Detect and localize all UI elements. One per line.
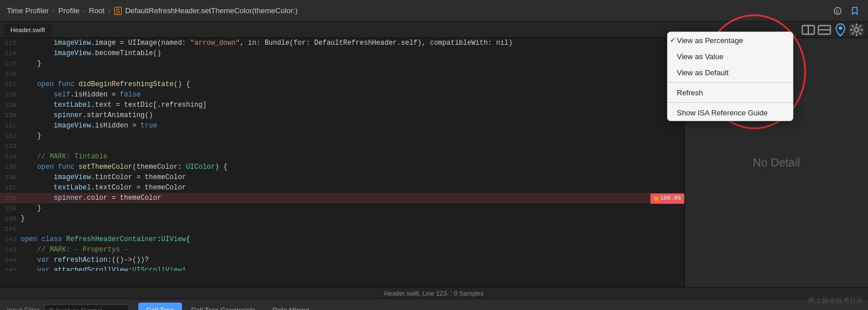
file-tab-header-swift[interactable]: Header.swift: [5, 24, 51, 36]
sep2: ›: [83, 6, 85, 15]
tab-call-tree[interactable]: Call Tree: [138, 303, 182, 311]
code-line-130: 130 spinner.startAnimating(): [0, 110, 684, 121]
tab-data-mining[interactable]: Data Mining: [265, 303, 317, 311]
dropdown-divider-2: [668, 102, 793, 103]
svg-text:E: E: [836, 9, 839, 14]
bottom-tab-bar: Input Filter ⊕ Call Tree Call Tree Const…: [0, 299, 868, 310]
code-line-125: 125 }: [0, 59, 684, 69]
sep3: ›: [108, 6, 110, 15]
svg-point-6: [839, 26, 842, 30]
tab-call-tree-constraints[interactable]: Call Tree Constraints: [183, 303, 264, 311]
code-line-138: 138 spinner.color = themeColor 100.0%: [0, 193, 684, 203]
status-text: Header.swift, Line 123- : 0 Samples: [384, 290, 484, 297]
dropdown-item-view-value[interactable]: View as Value: [668, 48, 793, 64]
status-bar: Header.swift, Line 123- : 0 Samples: [0, 287, 868, 299]
sep1: ›: [52, 6, 55, 15]
code-line-126: 126: [0, 69, 684, 79]
code-line-127: 127 open func didBeginRefreshingState() …: [0, 79, 684, 90]
root-label[interactable]: Root: [89, 6, 104, 15]
input-filter-box: ⊕: [44, 304, 129, 311]
line-badge-138: 100.0%: [650, 193, 684, 204]
code-line-123: 123 imageView.image = UIImage(named: "ar…: [0, 38, 684, 48]
code-panel: 123 imageView.image = UIImage(named: "ar…: [0, 38, 684, 287]
dropdown-menu: View as Percentage View as Value View as…: [667, 32, 793, 121]
code-line-144: 144 var refreshAction:(()->())?: [0, 255, 684, 265]
code-line-133: 133: [0, 141, 684, 152]
breadcrumb-method: DefaultRefreshHeader.setThemeColor(theme…: [125, 6, 298, 15]
dropdown-item-view-default[interactable]: View as Default: [668, 64, 793, 80]
profile-label[interactable]: Profile: [59, 6, 80, 15]
code-area[interactable]: 123 imageView.image = UIImage(named: "ar…: [0, 38, 684, 271]
titlebar: Time Profiler › Profile › Root › S Defau…: [0, 0, 868, 22]
swift-file-icon: S: [114, 7, 122, 15]
input-filter-input[interactable]: [56, 307, 125, 311]
code-line-129: 129 textLabel.text = textDic[.refreshing…: [0, 100, 684, 110]
code-line-140: 140 }: [0, 214, 684, 224]
titlebar-icons: E: [831, 5, 861, 17]
code-line-139: 139 }: [0, 203, 684, 214]
code-line-124: 124 imageView.becomeTintable(): [0, 48, 684, 59]
watermark: 稀土掘金技术社区: [808, 296, 863, 305]
dropdown-item-refresh[interactable]: Refresh: [668, 84, 793, 100]
filter-icon: ⊕: [48, 307, 54, 311]
split-vertical-icon[interactable]: [817, 24, 831, 36]
code-lines: 123 imageView.image = UIImage(named: "ar…: [0, 38, 684, 271]
gear-icon[interactable]: [850, 24, 863, 36]
file-tab-actions: [801, 24, 863, 36]
ios-icon[interactable]: [834, 24, 847, 36]
titlebar-breadcrumb-row: Time Profiler › Profile › Root › S Defau…: [7, 6, 297, 15]
code-line-136: 136 imageView.tintColor = themeColor: [0, 172, 684, 183]
svg-point-7: [854, 28, 859, 32]
code-line-143: 143 // MARK: - Propertys -: [0, 245, 684, 255]
code-line-145: 145 var attachedScrollView:UIScrollView!: [0, 265, 684, 271]
no-detail-label: No Detail: [753, 156, 800, 169]
code-line-142: 142 open class RefreshHeaderContainer:UI…: [0, 234, 684, 245]
split-horizontal-icon[interactable]: [801, 24, 815, 36]
record-icon[interactable]: E: [831, 5, 844, 17]
code-line-128: 128 self.isHidden = false: [0, 90, 684, 100]
input-filter-label: Input Filter: [7, 307, 40, 311]
dropdown-item-show-isa[interactable]: Show ISA Reference Guide: [668, 104, 793, 121]
dropdown-item-view-percentage[interactable]: View as Percentage: [668, 32, 793, 48]
code-line-137: 137 textLabel.textColor = themeColor: [0, 183, 684, 193]
app-name: Time Profiler: [7, 6, 49, 15]
code-line-132: 132 }: [0, 131, 684, 141]
code-line-141: 141: [0, 224, 684, 234]
dropdown-divider-1: [668, 82, 793, 83]
code-line-134: 134 // MARK: Tintable: [0, 152, 684, 162]
bookmark-icon[interactable]: [848, 5, 861, 17]
code-line-131: 131 imageView.isHidden = true: [0, 121, 684, 131]
code-line-135: 135 open func setThemeColor(themeColor: …: [0, 162, 684, 172]
